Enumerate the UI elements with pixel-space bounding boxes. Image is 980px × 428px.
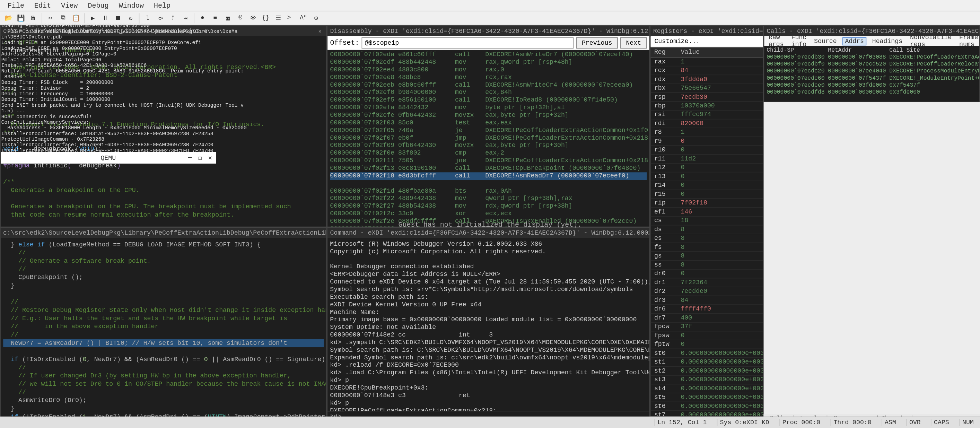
- status-caps: CAPS: [931, 419, 951, 426]
- qemu-window[interactable]: QEMU —☐✕ MachineView Guest has not initi…: [0, 151, 216, 340]
- status-asm: ASM: [881, 419, 899, 426]
- menu-help[interactable]: Help: [149, 2, 175, 10]
- menu-window[interactable]: Window: [114, 2, 149, 10]
- menu-file[interactable]: File: [2, 2, 29, 10]
- menu-view[interactable]: View: [56, 2, 83, 10]
- qemu-message: Guest has not initialized the display (y…: [399, 221, 582, 228]
- main-menubar[interactable]: File Edit View Debug Window Help: [0, 0, 980, 11]
- status-bar: Ln 152, Col 1 Sys 0:eXDI KD Proc 000:0 T…: [0, 417, 980, 428]
- menu-edit[interactable]: Edit: [29, 2, 56, 10]
- status-num: NUM: [959, 419, 976, 426]
- status-thrd: Thrd 000:0: [830, 419, 874, 426]
- menu-debug[interactable]: Debug: [83, 2, 114, 10]
- status-ovr: OVR: [906, 419, 923, 426]
- status-proc: Proc 000:0: [780, 419, 823, 426]
- status-pos: Ln 152, Col 1: [654, 419, 709, 426]
- qemu-display: Guest has not initialized the display (y…: [0, 21, 980, 428]
- status-sys: Sys 0:eXDI KD: [717, 419, 772, 426]
